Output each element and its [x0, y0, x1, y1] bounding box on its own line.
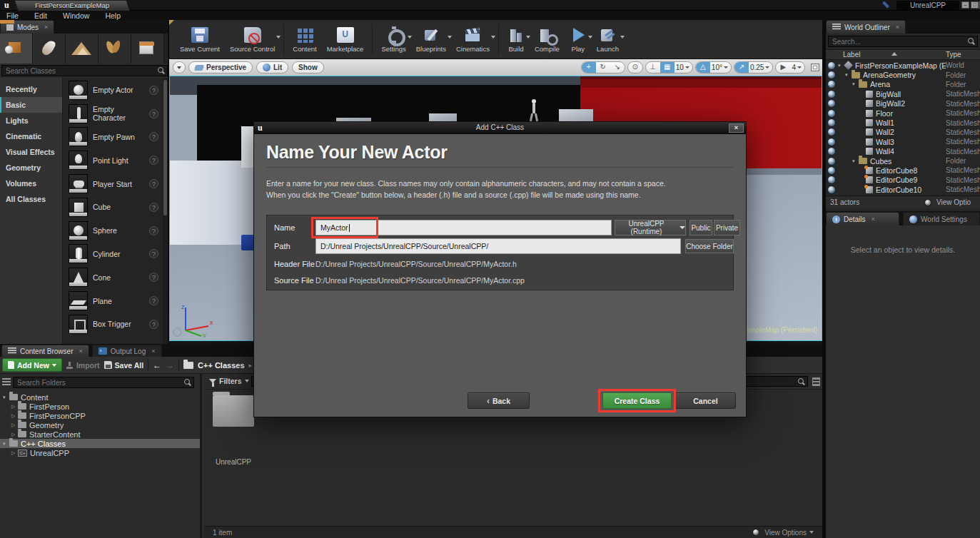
help-icon[interactable]: ? — [149, 132, 158, 141]
lit-button[interactable]: Lit — [256, 61, 288, 73]
module-dropdown[interactable]: UnrealCPP (Runtime) — [615, 220, 686, 235]
outliner-row-bigwall[interactable]: BigWallStaticMeshA — [826, 89, 980, 98]
place-mode-button[interactable] — [0, 34, 33, 64]
close-icon[interactable] — [896, 24, 899, 31]
category-volumes[interactable]: Volumes — [0, 176, 62, 191]
expander-collapsed-icon[interactable]: ▷ — [11, 432, 18, 437]
outliner-row-wall2[interactable]: Wall2StaticMeshA — [826, 128, 980, 137]
tree-item-firstperson[interactable]: ▷FirstPerson — [0, 402, 200, 411]
build-button[interactable]: Build — [502, 24, 530, 54]
place-item-cone[interactable]: Cone? — [64, 265, 162, 289]
place-item-cube[interactable]: Cube? — [64, 196, 162, 219]
visibility-eye-icon[interactable] — [827, 157, 836, 166]
save-search-icon[interactable] — [812, 377, 820, 386]
source-control-button[interactable]: Source Control — [225, 24, 280, 54]
rotation-snap-icon[interactable]: △ — [696, 61, 710, 73]
tab-output-log[interactable]: › Output Log — [92, 345, 162, 357]
tree-item-unrealcpp[interactable]: ▷C+UnrealCPP — [0, 448, 200, 457]
visibility-eye-icon[interactable] — [827, 128, 836, 136]
camera-speed-icon[interactable]: ▶ — [776, 61, 790, 73]
viewport-options-button[interactable] — [173, 61, 186, 73]
maximize-viewport-icon[interactable] — [811, 64, 819, 71]
minimize-button[interactable] — [961, 1, 969, 9]
map-tab[interactable]: FirstPersonExampleMap — [16, 0, 128, 11]
paint-mode-button[interactable] — [33, 34, 66, 64]
translate-tool-icon[interactable]: + — [582, 61, 596, 73]
help-icon[interactable]: ? — [149, 296, 158, 305]
path-input[interactable]: D:/Unreal Projects/UnrealCPP/Source/Unre… — [315, 238, 681, 254]
category-geometry[interactable]: Geometry — [0, 160, 62, 176]
outliner-search-input[interactable] — [828, 36, 978, 47]
place-item-player-start[interactable]: Player Start? — [64, 172, 162, 196]
place-item-empty-character[interactable]: Empty Character? — [64, 102, 162, 126]
help-icon[interactable]: ? — [149, 156, 158, 165]
foliage-mode-button[interactable] — [98, 34, 131, 64]
visibility-eye-icon[interactable] — [827, 176, 836, 184]
visibility-eye-icon[interactable] — [827, 71, 836, 79]
placement-scrollbar[interactable] — [163, 78, 168, 344]
menu-item-window[interactable]: Window — [63, 11, 89, 20]
place-item-plane[interactable]: Plane? — [64, 289, 162, 313]
dialog-title-bar[interactable]: u Add C++ Class — [254, 122, 746, 134]
expander-expanded-icon[interactable]: ▾ — [845, 72, 852, 78]
tab-modes[interactable]: Modes — [0, 20, 54, 34]
menu-item-help[interactable]: Help — [105, 11, 121, 20]
expander-expanded-icon[interactable]: ▾ — [852, 158, 859, 164]
surface-snap-icon[interactable]: ⊥ — [646, 61, 660, 73]
viewport-helper-icon[interactable] — [173, 328, 182, 337]
visibility-eye-icon[interactable] — [827, 166, 836, 175]
back-arrow-icon[interactable]: ← — [153, 360, 161, 370]
expander-collapsed-icon[interactable]: ▷ — [11, 413, 18, 419]
outliner-row-floor[interactable]: FloorStaticMeshA — [826, 108, 980, 118]
expander-collapsed-icon[interactable]: ▷ — [11, 422, 18, 428]
tab-details[interactable]: i Details — [826, 212, 899, 225]
category-visual-effects[interactable]: Visual Effects — [0, 144, 62, 160]
tutorial-cap-icon[interactable] — [882, 1, 889, 9]
outliner-row-cubes[interactable]: ▾CubesFolder — [826, 156, 980, 166]
outliner-row-wall3[interactable]: Wall3StaticMeshA — [826, 137, 980, 146]
place-item-box-trigger[interactable]: Box Trigger? — [64, 313, 162, 336]
save-all-button[interactable]: Save All — [104, 361, 143, 370]
visibility-eye-icon[interactable] — [827, 80, 836, 88]
maximize-button[interactable] — [971, 1, 979, 9]
menu-item-edit[interactable]: Edit — [34, 11, 47, 20]
settings-button[interactable]: Settings — [376, 24, 410, 54]
place-item-empty-pawn[interactable]: Empty Pawn? — [64, 126, 162, 149]
rotate-tool-icon[interactable]: ↻ — [596, 61, 610, 73]
help-icon[interactable]: ? — [149, 249, 158, 258]
expander-expanded-icon[interactable]: ▾ — [3, 395, 9, 400]
help-icon[interactable]: ? — [149, 273, 158, 282]
help-icon[interactable]: ? — [149, 179, 158, 188]
category-lights[interactable]: Lights — [0, 113, 62, 128]
outliner-view-options-button[interactable]: View Optio — [924, 198, 976, 206]
scrollbar-thumb[interactable] — [163, 80, 167, 215]
tab-content-browser[interactable]: Content Browser — [1, 345, 89, 357]
label-column-header[interactable]: Label — [843, 51, 860, 59]
visibility-eye-icon[interactable] — [827, 99, 836, 108]
place-item-empty-actor[interactable]: Empty Actor? — [64, 78, 162, 102]
place-item-cylinder[interactable]: Cylinder? — [64, 243, 162, 266]
visibility-eye-icon[interactable] — [827, 90, 836, 98]
world-coordinate-icon[interactable]: ⊙ — [628, 61, 642, 73]
content-button[interactable]: Content — [288, 24, 321, 54]
back-button[interactable]: ‹ Back — [468, 392, 530, 409]
tree-item-startercontent[interactable]: ▷StarterContent — [0, 430, 200, 439]
marketplace-button[interactable]: Marketplace — [322, 24, 369, 54]
place-item-sphere[interactable]: Sphere? — [64, 219, 162, 243]
dialog-close-button[interactable] — [729, 123, 744, 133]
public-button[interactable]: Public — [689, 220, 712, 235]
category-cinematic[interactable]: Cinematic — [0, 128, 62, 144]
expander-expanded-icon[interactable]: ▾ — [3, 441, 9, 447]
expander-collapsed-icon[interactable]: ▷ — [11, 404, 18, 410]
view-options-button[interactable]: View Options — [752, 529, 814, 537]
visibility-eye-icon[interactable] — [827, 186, 836, 194]
breadcrumb[interactable]: C++ Classes — [198, 361, 244, 370]
private-button[interactable]: Private — [714, 220, 740, 235]
asset-folder-tile[interactable] — [213, 395, 254, 427]
rotation-snap-value[interactable]: 10° — [710, 64, 731, 71]
close-icon[interactable] — [44, 24, 48, 31]
outliner-row-editorcube10[interactable]: EditorCube10StaticMeshA — [826, 185, 980, 194]
category-recently-placed[interactable]: Recently Placed — [0, 81, 62, 97]
help-icon[interactable]: ? — [149, 320, 158, 329]
import-button[interactable]: Import — [66, 361, 100, 370]
